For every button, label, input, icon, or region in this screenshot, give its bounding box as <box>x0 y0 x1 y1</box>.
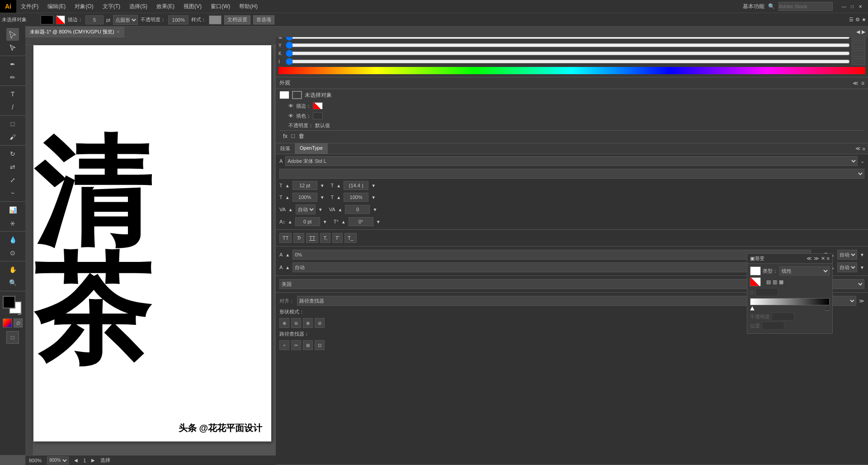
k-down[interactable]: ▼ <box>318 207 323 212</box>
tt-button-1[interactable]: TT <box>279 233 292 243</box>
type-panel-menu[interactable]: ≡ <box>863 146 865 152</box>
menu-window[interactable]: 窗口(W) <box>206 0 235 13</box>
gradient-close[interactable]: ✕ <box>821 256 825 261</box>
workspace-label[interactable]: 基本功能 <box>743 3 764 10</box>
reflect-tool[interactable]: ⇄ <box>6 161 19 173</box>
divide-button[interactable]: ÷ <box>279 340 289 350</box>
fill-color-display[interactable] <box>313 112 323 119</box>
line-tool[interactable]: / <box>6 101 19 114</box>
stroke-visibility-icon[interactable]: 👁 <box>288 103 293 109</box>
grad-align3[interactable]: ▦ <box>779 279 783 285</box>
symbol-tool[interactable]: ⚹ <box>6 217 19 229</box>
tab-close-button[interactable]: × <box>117 29 120 34</box>
paragraph-tab[interactable]: 段落 <box>276 143 295 154</box>
style-swatch[interactable] <box>209 15 222 24</box>
select-tool[interactable] <box>6 28 19 41</box>
document-tab[interactable]: 未标题-1* @ 800% (CMYK/GPU 预览) × <box>25 27 124 38</box>
k-channel-input[interactable] <box>852 50 865 57</box>
icon1[interactable]: ☰ <box>849 17 854 23</box>
menu-help[interactable]: 帮助(H) <box>235 0 262 13</box>
scale-tool[interactable]: ⤢ <box>6 174 19 186</box>
b-down[interactable]: ▼ <box>323 219 327 224</box>
menu-view[interactable]: 视图(V) <box>179 0 206 13</box>
opentype-pct-select[interactable]: 0% <box>292 250 811 260</box>
a1-down[interactable]: ▼ <box>860 252 864 257</box>
appearance-delete-button[interactable]: 🗑 <box>298 133 304 139</box>
a2-up[interactable]: ▲ <box>285 265 290 270</box>
menu-effect[interactable]: 效果(E) <box>152 0 179 13</box>
brush-shape-select[interactable]: 点圆形 <box>113 15 138 25</box>
grad-align2[interactable]: ▥ <box>773 279 777 285</box>
menu-edit[interactable]: 编辑(E) <box>43 0 70 13</box>
t2-up[interactable]: ▲ <box>338 207 343 212</box>
menu-type[interactable]: 文字(T) <box>98 0 125 13</box>
scale-h-input[interactable] <box>292 193 317 202</box>
rotation-input[interactable] <box>349 217 373 226</box>
opacity-input[interactable] <box>168 15 189 24</box>
gradient-stop-right[interactable] <box>825 306 830 311</box>
merge-button[interactable]: ⊞ <box>303 340 313 350</box>
gradient-location-input[interactable] <box>762 322 784 330</box>
size-up-arrow[interactable]: ▲ <box>285 183 290 188</box>
tt-button-4[interactable]: T, <box>320 233 330 243</box>
fill-color-swatch[interactable] <box>41 15 53 24</box>
r-down[interactable]: ▼ <box>376 219 381 224</box>
artboard[interactable]: 清茶 头条 @花花平面设计 <box>33 45 271 441</box>
warp-tool[interactable]: ~ <box>6 187 19 199</box>
t2-down[interactable]: ▼ <box>373 207 377 212</box>
rectangle-tool[interactable]: □ <box>6 118 19 130</box>
tracking-up-arrow[interactable]: ▲ <box>336 183 341 188</box>
tab-scroll-left[interactable]: ◀ <box>856 29 860 35</box>
pencil-tool[interactable]: ✏ <box>6 71 19 84</box>
r-up[interactable]: ▲ <box>341 219 346 224</box>
i-channel-input[interactable] <box>852 58 865 65</box>
i-channel-slider[interactable] <box>286 60 850 63</box>
foreground-color-swatch[interactable] <box>3 296 15 308</box>
appearance-menu-icon[interactable]: ≡ <box>861 80 864 86</box>
collapse-type-icon[interactable]: ≪ <box>855 146 861 152</box>
none-color-button[interactable]: ∅ <box>14 318 23 327</box>
pct-up[interactable]: ▲ <box>285 252 290 257</box>
tracking-input[interactable] <box>344 181 368 190</box>
tt-button-3[interactable]: TT <box>306 233 318 243</box>
align-icon[interactable]: ⚙ <box>855 17 860 23</box>
page-prev-button[interactable]: ◀ <box>74 458 78 463</box>
appearance-fill-swatch[interactable] <box>279 91 289 99</box>
tab-scroll-right[interactable]: ▶ <box>862 29 865 35</box>
tt-button-5[interactable]: T' <box>332 233 343 243</box>
unite-button[interactable]: ⊕ <box>279 318 289 328</box>
align-panel-expand[interactable]: ≫ <box>859 298 864 304</box>
hand-tool[interactable]: ✋ <box>6 263 19 276</box>
sh-down[interactable]: ▼ <box>320 195 325 200</box>
gradient-color-bar[interactable] <box>750 298 830 305</box>
size-down-arrow[interactable]: ▼ <box>320 183 325 188</box>
gradient-collapse[interactable]: ≪ <box>807 256 812 261</box>
direct-select-tool[interactable] <box>6 41 19 54</box>
graph-tool[interactable]: 📊 <box>6 204 19 216</box>
gradient-expand[interactable]: ≫ <box>814 256 819 261</box>
star-icon[interactable]: ★ <box>862 17 866 23</box>
tt-button-6[interactable]: T_ <box>344 233 357 243</box>
font-style-select[interactable] <box>279 169 864 179</box>
auto2-select[interactable]: 自动 <box>292 262 811 272</box>
tracking2-input[interactable] <box>345 205 370 214</box>
page-next-button[interactable]: ▶ <box>91 458 95 463</box>
font-family-select[interactable]: Adobe 宋体 Std L <box>285 156 858 166</box>
rotate-tool[interactable]: ↻ <box>6 147 19 160</box>
b-up[interactable]: ▲ <box>288 219 292 224</box>
stroke-size-input[interactable] <box>85 15 104 24</box>
pen-tool[interactable]: ✒ <box>6 58 19 71</box>
menu-object[interactable]: 对象(O) <box>70 0 98 13</box>
tracking-down-arrow[interactable]: ▼ <box>371 183 376 188</box>
k-channel-slider[interactable] <box>286 52 850 55</box>
a3-down[interactable]: ▼ <box>860 265 864 270</box>
eyedropper-tool[interactable]: 💧 <box>6 233 19 246</box>
tt-button-2[interactable]: Tr <box>293 233 304 243</box>
color-spectrum-bar[interactable] <box>278 67 865 74</box>
gradient-angle-input[interactable] <box>755 288 778 296</box>
gradient-type-select[interactable]: 线性 径向 <box>779 266 830 275</box>
k-up[interactable]: ▲ <box>288 207 293 212</box>
collapse-appearance-icon[interactable]: ≪ <box>853 80 859 86</box>
preferences-button[interactable]: 首选项 <box>253 15 274 24</box>
appearance-stroke-swatch[interactable] <box>292 91 302 99</box>
